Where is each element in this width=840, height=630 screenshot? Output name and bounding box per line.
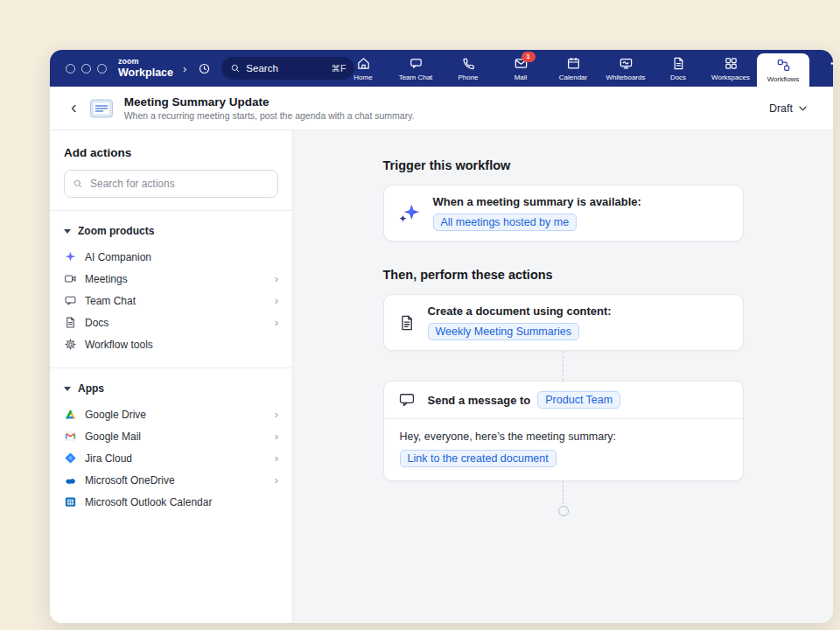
send-message-text: Send a message to <box>428 394 531 407</box>
search-icon <box>230 63 241 74</box>
back-button[interactable]: ‹ <box>69 98 79 118</box>
docs-icon <box>671 56 686 71</box>
sparkle-icon <box>398 202 421 225</box>
sidebar-item-docs[interactable]: Docs › <box>64 312 278 333</box>
nav-item-more[interactable]: M <box>809 50 833 87</box>
sidebar-item-jira-cloud[interactable]: Jira Cloud › <box>64 447 278 469</box>
nav-expand-chevron-icon[interactable]: › <box>183 62 186 75</box>
chevron-right-icon: › <box>275 295 278 306</box>
document-content-chip[interactable]: Weekly Meeting Summaries <box>428 323 579 340</box>
item-label: AI Companion <box>85 251 151 263</box>
nav-item-phone[interactable]: Phone <box>442 50 494 87</box>
history-icon[interactable] <box>194 59 214 78</box>
app-window: zoom Workplace › Search ⌘F Home Team Cha… <box>50 50 833 623</box>
section-apps[interactable]: Apps <box>64 382 278 395</box>
nav-item-calendar[interactable]: Calendar <box>547 50 599 87</box>
sidebar-item-microsoft-outlook-calendar[interactable]: Microsoft Outlook Calendar <box>64 491 278 513</box>
collapse-triangle-icon <box>64 229 71 234</box>
collapse-triangle-icon <box>64 387 71 391</box>
logo-zoom-text: zoom <box>118 58 173 66</box>
actions-heading: Then, perform these actions <box>383 268 744 282</box>
home-icon <box>356 56 371 71</box>
item-label: Microsoft Outlook Calendar <box>85 496 212 508</box>
flow-connector <box>563 481 564 504</box>
chevron-right-icon: › <box>275 474 278 486</box>
google-mail-icon <box>64 430 77 443</box>
workflow-header: ‹ Meeting Summary Update When a recurrin… <box>50 87 833 130</box>
trigger-text: When a meeting summary is available: <box>433 195 641 208</box>
window-control-dot[interactable] <box>97 64 107 74</box>
nav-label: Workflows <box>767 75 800 83</box>
actions-search[interactable] <box>64 170 278 198</box>
docs-icon <box>64 316 77 329</box>
flow-end-node[interactable] <box>558 506 569 516</box>
create-document-card[interactable]: Create a document using content: Weekly … <box>383 294 744 351</box>
sidebar-item-meetings[interactable]: Meetings › <box>64 268 278 290</box>
trigger-card[interactable]: When a meeting summary is available: All… <box>383 185 744 242</box>
nav-label: Whiteboards <box>606 74 646 81</box>
draft-status-dropdown[interactable]: Draft <box>762 97 814 120</box>
sidebar-item-workflow-tools[interactable]: Workflow tools <box>64 333 278 355</box>
nav-label: Mail <box>514 74 528 81</box>
sidebar-item-microsoft-onedrive[interactable]: Microsoft OneDrive › <box>64 469 278 491</box>
ai-companion-icon <box>64 250 77 263</box>
workspaces-icon <box>724 56 738 71</box>
create-document-text: Create a document using content: <box>428 304 612 318</box>
window-control-dot[interactable] <box>66 64 75 74</box>
item-label: Google Drive <box>85 409 146 421</box>
item-label: Team Chat <box>85 295 136 307</box>
onedrive-icon <box>64 473 77 486</box>
nav-item-workflows[interactable]: Workflows <box>757 53 809 87</box>
nav-label: Calendar <box>559 74 587 81</box>
sidebar-item-team-chat[interactable]: Team Chat › <box>64 290 278 312</box>
trigger-content: When a meeting summary is available: All… <box>433 195 641 231</box>
sidebar-title: Add actions <box>64 146 278 159</box>
sidebar-item-google-drive[interactable]: Google Drive › <box>64 403 278 425</box>
divider <box>50 210 292 211</box>
workflow-title: Meeting Summary Update <box>124 95 415 108</box>
nav-item-mail[interactable]: 1 Mail <box>494 50 547 87</box>
logo-workplace-text: Workplace <box>118 67 173 79</box>
send-message-header: Send a message to Product Team <box>384 382 743 419</box>
nav-item-team-chat[interactable]: Team Chat <box>389 50 442 87</box>
actions-search-input[interactable] <box>88 177 270 191</box>
nav-label: Home <box>354 74 372 81</box>
chevron-right-icon: › <box>275 452 278 464</box>
item-label: Meetings <box>85 273 128 285</box>
nav-label: Phone <box>458 74 478 81</box>
chevron-right-icon: › <box>275 409 278 420</box>
item-label: Docs <box>85 317 108 329</box>
message-body-text: Hey, everyone, here’s the meeting summar… <box>400 430 727 443</box>
chevron-right-icon: › <box>275 317 278 328</box>
global-search[interactable]: Search ⌘F <box>221 57 354 80</box>
team-chat-icon <box>409 56 424 71</box>
jira-cloud-icon <box>64 452 77 465</box>
flow-connector <box>563 351 564 381</box>
item-label: Microsoft OneDrive <box>85 474 175 486</box>
recipient-chip[interactable]: Product Team <box>537 391 620 409</box>
nav-item-whiteboards[interactable]: Whiteboards <box>599 50 652 87</box>
mail-badge: 1 <box>522 52 536 62</box>
item-label: Workflow tools <box>85 339 153 351</box>
section-zoom-products[interactable]: Zoom products <box>64 225 278 237</box>
actions-sidebar: Add actions Zoom products AI Companion <box>50 130 293 623</box>
document-link-chip[interactable]: Link to the created document <box>400 450 556 467</box>
workflow-canvas: Trigger this workflow When a meeting sum… <box>293 130 833 623</box>
nav-item-home[interactable]: Home <box>337 50 389 87</box>
workflow-subtitle: When a recurring meeting starts, post th… <box>124 110 415 121</box>
meetings-icon <box>64 272 77 285</box>
sidebar-item-ai-companion[interactable]: AI Companion <box>64 246 278 268</box>
chevron-down-icon <box>799 106 807 111</box>
send-message-card[interactable]: Send a message to Product Team Hey, ever… <box>383 381 744 481</box>
nav-tabs: Home Team Chat Phone 1 Mail Calendar <box>337 50 833 87</box>
trigger-heading: Trigger this workflow <box>383 158 744 172</box>
sidebar-item-google-mail[interactable]: Google Mail › <box>64 425 278 447</box>
item-label: Jira Cloud <box>85 452 132 465</box>
trigger-scope-chip[interactable]: All meetings hosted by me <box>433 214 578 231</box>
nav-item-docs[interactable]: Docs <box>652 50 704 87</box>
window-control-dot[interactable] <box>81 64 91 74</box>
nav-label: Docs <box>670 74 686 81</box>
nav-item-workspaces[interactable]: Workspaces <box>704 50 757 87</box>
meeting-summary-icon <box>89 98 114 119</box>
chevron-right-icon: › <box>275 430 278 442</box>
